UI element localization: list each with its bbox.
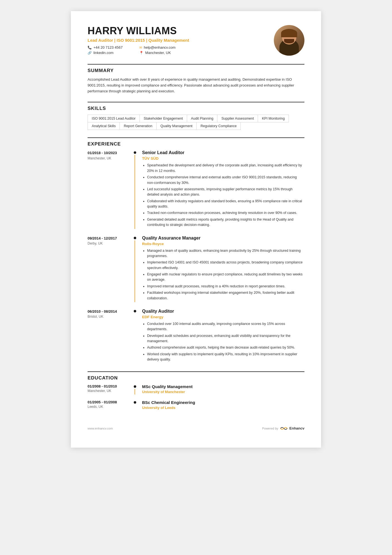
- summary-text: Accomplished Lead Auditor with over 8 ye…: [88, 77, 304, 94]
- edu-date: 01/2008 - 01/2010: [88, 384, 132, 388]
- exp-date-col: 01/2018 - 10/2023 Manchester, UK: [88, 150, 132, 229]
- skill-tag: ISO 9001:2015 Lead Auditor: [88, 115, 140, 122]
- experience-bullet: Improved internal audit processes, resul…: [147, 284, 304, 289]
- skill-tag: Regulatory Compliance: [196, 122, 241, 130]
- exp-company: EDF Energy: [142, 315, 304, 319]
- education-divider: [88, 371, 304, 372]
- skill-tag: KPI Monitoring: [258, 115, 289, 122]
- edu-location: Leeds, UK: [88, 405, 132, 409]
- avatar-hair: [281, 29, 297, 37]
- phone-value: +44 20 7123 4567: [93, 45, 123, 50]
- experience-bullet: Worked closely with suppliers to impleme…: [147, 352, 304, 362]
- exp-location: Bristol, UK: [88, 315, 132, 319]
- skills-grid: ISO 9001:2015 Lead AuditorStakeholder En…: [88, 115, 304, 130]
- experience-bullet: Conducted over 100 internal audits annua…: [147, 321, 304, 332]
- exp-dot: [134, 237, 136, 239]
- linkedin-value: linkedin.com: [93, 51, 113, 55]
- edu-institution: University of Leeds: [142, 406, 304, 410]
- experience-bullet: Managed a team of quality auditors, enha…: [147, 248, 304, 259]
- exp-location: Manchester, UK: [88, 156, 132, 160]
- candidate-title: Lead Auditor | ISO 9001:2015 | Quality M…: [88, 38, 274, 43]
- experience-bullet: Facilitated workshops improving internal…: [147, 290, 304, 301]
- footer-powered: Powered by Enhancv: [262, 426, 304, 431]
- linkedin-icon: 🔗: [88, 51, 92, 55]
- experience-title: EXPERIENCE: [88, 141, 304, 147]
- contact-col-left: 📞 +44 20 7123 4567 🔗 linkedin.com: [88, 45, 123, 55]
- exp-company: TÜV SÜD: [142, 156, 304, 161]
- header-left: HARRY WILLIAMS Lead Auditor | ISO 9001:2…: [88, 25, 274, 55]
- experience-bullet: Implemented ISO 14001 and ISO 45001 stan…: [147, 260, 304, 271]
- enhancv-logo-icon: [280, 426, 288, 431]
- skill-tag: Supplier Assessment: [217, 115, 258, 122]
- summary-section: SUMMARY Accomplished Lead Auditor with o…: [88, 64, 304, 94]
- exp-dot-col: [132, 309, 138, 364]
- skill-tag: Quality Management: [156, 122, 197, 130]
- exp-date: 09/2014 - 12/2017: [88, 236, 132, 241]
- skill-tag: Analytical Skills: [88, 122, 120, 130]
- experience-bullet: Engaged with nuclear regulators to ensur…: [147, 272, 304, 283]
- edu-line: [135, 389, 135, 394]
- exp-role: Senior Lead Auditor: [142, 150, 304, 155]
- experience-bullet: Led successful supplier assessments, imp…: [147, 187, 304, 198]
- location-value: Manchester, UK: [145, 51, 171, 55]
- experience-bullet: Collaborated with industry regulators an…: [147, 199, 304, 209]
- exp-company: Rolls-Royce: [142, 242, 304, 246]
- skills-divider: [88, 102, 304, 102]
- phone-icon: 📞: [88, 46, 92, 50]
- experience-entry: 01/2018 - 10/2023 Manchester, UK Senior …: [88, 150, 304, 229]
- exp-content: Quality Auditor EDF Energy Conducted ove…: [138, 309, 304, 364]
- exp-date-col: 06/2010 - 08/2014 Bristol, UK: [88, 309, 132, 364]
- exp-dot: [134, 151, 136, 154]
- edu-degree: MSc Quality Management: [142, 384, 304, 389]
- exp-bullets: Spearheaded the development and delivery…: [142, 163, 304, 228]
- brand-name: Enhancv: [289, 426, 304, 430]
- footer: www.enhancv.com Powered by Enhancv: [88, 418, 304, 431]
- skill-tag: Stakeholder Engagement: [140, 115, 187, 122]
- experience-list: 01/2018 - 10/2023 Manchester, UK Senior …: [88, 150, 304, 363]
- edu-content: MSc Quality Management University of Man…: [138, 384, 304, 394]
- education-list: 01/2008 - 01/2010 Manchester, UK MSc Qua…: [88, 384, 304, 410]
- exp-bullets: Managed a team of quality auditors, enha…: [142, 248, 304, 301]
- exp-date: 01/2018 - 10/2023: [88, 150, 132, 156]
- edu-dot-col: [132, 400, 138, 410]
- location-item: 📍 Manchester, UK: [139, 51, 175, 55]
- skill-tag: Report Generation: [120, 122, 157, 130]
- edu-dot: [134, 385, 136, 388]
- edu-institution: University of Manchester: [142, 390, 304, 394]
- exp-date-col: 09/2014 - 12/2017 Derby, UK: [88, 236, 132, 302]
- edu-dot: [134, 401, 136, 404]
- summary-divider: [88, 64, 304, 65]
- education-entry: 01/2008 - 01/2010 Manchester, UK MSc Qua…: [88, 384, 304, 394]
- experience-divider: [88, 137, 304, 138]
- experience-section: EXPERIENCE 01/2018 - 10/2023 Manchester,…: [88, 137, 304, 363]
- experience-bullet: Conducted comprehensive internal and ext…: [147, 175, 304, 186]
- education-title: EDUCATION: [88, 375, 304, 381]
- edu-degree: BSc Chemical Engineering: [142, 400, 304, 405]
- exp-line: [135, 240, 135, 302]
- phone-item: 📞 +44 20 7123 4567: [88, 45, 123, 50]
- experience-bullet: Authored comprehensive audit reports, he…: [147, 345, 304, 350]
- experience-entry: 06/2010 - 08/2014 Bristol, UK Quality Au…: [88, 309, 304, 364]
- contact-info: 📞 +44 20 7123 4567 🔗 linkedin.com ✉ help…: [88, 45, 274, 55]
- resume-page: HARRY WILLIAMS Lead Auditor | ISO 9001:2…: [71, 11, 321, 448]
- email-item: ✉ help@enhancv.com: [139, 45, 175, 50]
- email-icon: ✉: [139, 46, 142, 50]
- exp-role: Quality Auditor: [142, 309, 304, 314]
- edu-dot-col: [132, 384, 138, 394]
- skills-section: SKILLS ISO 9001:2015 Lead AuditorStakeho…: [88, 102, 304, 130]
- candidate-name: HARRY WILLIAMS: [88, 25, 274, 37]
- edu-date: 01/2005 - 01/2008: [88, 400, 132, 404]
- experience-bullet: Spearheaded the development and delivery…: [147, 163, 304, 174]
- exp-date: 06/2010 - 08/2014: [88, 309, 132, 314]
- experience-bullet: Generated detailed audit metrics reports…: [147, 217, 304, 228]
- exp-role: Quality Assurance Manager: [142, 236, 304, 241]
- skills-title: SKILLS: [88, 106, 304, 111]
- exp-content: Quality Assurance Manager Rolls-Royce Ma…: [138, 236, 304, 302]
- edu-location: Manchester, UK: [88, 389, 132, 393]
- exp-line: [135, 155, 135, 229]
- edu-content: BSc Chemical Engineering University of L…: [138, 400, 304, 410]
- exp-dot-col: [132, 150, 138, 229]
- edu-date-col: 01/2008 - 01/2010 Manchester, UK: [88, 384, 132, 394]
- edu-date-col: 01/2005 - 01/2008 Leeds, UK: [88, 400, 132, 410]
- header-section: HARRY WILLIAMS Lead Auditor | ISO 9001:2…: [88, 25, 304, 56]
